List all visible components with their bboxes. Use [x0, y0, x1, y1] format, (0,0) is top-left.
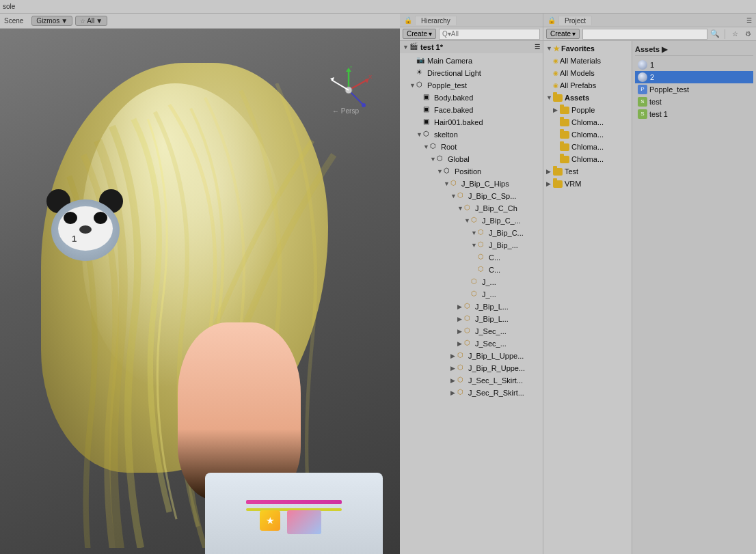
folder-icon: [560, 156, 569, 163]
tree-item-skelton[interactable]: ▼ ⬡ skelton: [400, 128, 543, 141]
arrow: ▼: [471, 242, 478, 249]
item-label: Global: [448, 155, 470, 163]
obj-icon: ⬡: [444, 167, 453, 176]
tree-item-chloma1[interactable]: Chloma...: [543, 116, 632, 128]
tree-item-c1[interactable]: ⬡ C...: [400, 251, 543, 264]
tree-item-test[interactable]: ▶ Test: [543, 165, 632, 178]
scene-menu-icon[interactable]: ☰: [535, 44, 540, 51]
hierarchy-create-label: Create: [407, 30, 427, 38]
scene-arrow: ▼: [403, 44, 409, 51]
top-panels: 🔒 Hierarchy Create ▾ ▼ 🎬: [400, 14, 756, 554]
tree-item-j-bip-l[interactable]: ▶ ⬡ J_Bip_L...: [400, 301, 543, 313]
obj-icon: ⬡: [423, 130, 433, 139]
project-search-input[interactable]: [582, 29, 707, 40]
assets-arrow: ▼: [546, 94, 553, 101]
project-search-icon[interactable]: 🔍: [710, 29, 720, 38]
assets-section-header: ▼ Assets: [543, 92, 632, 104]
top-bar-label: sole: [3, 3, 15, 10]
hierarchy-search-input[interactable]: [439, 29, 540, 40]
tree-item-directional-light[interactable]: ☀ Directional Light: [400, 67, 543, 79]
panda-eye-left: [64, 212, 77, 224]
tree-item-root[interactable]: ▼ ⬡ Root: [400, 141, 543, 153]
tree-item-chloma2[interactable]: Chloma...: [543, 128, 632, 141]
project-icon-1[interactable]: ☆: [730, 29, 740, 38]
bone-icon: ⬡: [464, 327, 474, 336]
item-label: J_Bip_C...: [489, 229, 524, 237]
item-label: J_...: [482, 290, 496, 299]
tree-item-chloma4[interactable]: Chloma...: [543, 153, 632, 165]
project-lock-icon[interactable]: 🔒: [548, 16, 556, 24]
project-icon-2[interactable]: ⚙: [743, 29, 753, 38]
tree-item-j-sec2[interactable]: ▶ ⬡ J_Sec_...: [400, 337, 543, 350]
camera-icon: 📷: [416, 56, 426, 66]
item-label: 1: [650, 61, 654, 69]
project-tree: ▼ ★ Favorites ◉ All Materials ◉ All Mode…: [543, 41, 632, 554]
tree-item-chloma3[interactable]: Chloma...: [543, 141, 632, 153]
tree-item-popple[interactable]: ▶ Popple: [543, 104, 632, 116]
assets-panel-header: Assets ▶: [635, 44, 753, 56]
item-label: All Prefabs: [560, 81, 596, 89]
tree-item-j-bip-c-hips[interactable]: ▼ ⬡ J_Bip_C_Hips: [400, 178, 543, 190]
asset-item-1[interactable]: 1: [635, 59, 753, 71]
project-create-button[interactable]: Create ▾: [546, 29, 580, 39]
tree-item-vrm[interactable]: ▶ VRM: [543, 178, 632, 190]
fav-all-models[interactable]: ◉ All Models: [543, 67, 632, 79]
tree-item-j-bip-c-3[interactable]: ▼ ⬡ J_Bip_C...: [400, 227, 543, 239]
tree-item-j-bip-4[interactable]: ▼ ⬡ J_Bip_...: [400, 239, 543, 251]
tree-item-j1[interactable]: ⬡ J_...: [400, 276, 543, 288]
fav-icon: ◉: [553, 57, 558, 64]
tree-item-hair001-baked[interactable]: ▣ Hair001.baked: [400, 116, 543, 128]
hierarchy-panel: 🔒 Hierarchy Create ▾ ▼ 🎬: [400, 14, 543, 554]
lock-icon[interactable]: 🔒: [404, 16, 412, 24]
tree-item-j-bip-c-spine[interactable]: ▼ ⬡ J_Bip_C_Sp...: [400, 190, 543, 202]
item-label: Popple_test: [427, 81, 467, 89]
gizmos-button[interactable]: Gizmos ▼: [31, 16, 72, 26]
outfit-stripe-1: [246, 500, 342, 504]
tree-item-j-sec-r-skirt[interactable]: ▶ ⬡ J_Sec_R_Skirt...: [400, 387, 543, 399]
asset-item-popple-test[interactable]: P Popple_test: [635, 83, 753, 96]
fav-all-materials[interactable]: ◉ All Materials: [543, 55, 632, 67]
project-tab[interactable]: Project: [558, 16, 592, 25]
item-label: Root: [441, 143, 457, 151]
tree-item-main-camera[interactable]: 📷 Main Camera: [400, 55, 543, 67]
asset-item-test-scene[interactable]: S test: [635, 96, 753, 108]
tree-item-j-bip-c-ch[interactable]: ▼ ⬡ J_Bip_C_Ch: [400, 202, 543, 214]
tree-item-global[interactable]: ▼ ⬡ Global: [400, 153, 543, 165]
obj-icon: ⬡: [430, 142, 440, 152]
scene-canvas[interactable]: 1 ★ ← Persp Y: [0, 29, 400, 554]
tree-item-popple-test[interactable]: ▼ ⬡ Popple_test: [400, 79, 543, 92]
tree-item-body-baked[interactable]: ▣ Body.baked: [400, 92, 543, 104]
bone-icon: ⬡: [457, 351, 467, 361]
arrow: ▼: [471, 230, 478, 236]
tree-item-j-bip-c-2[interactable]: ▼ ⬡ J_Bip_C_...: [400, 214, 543, 227]
item-label: J_Bip_L...: [475, 315, 509, 323]
separator: [725, 29, 725, 39]
tree-item-j-bip-r-upper[interactable]: ▶ ⬡ J_Bip_R_Uppe...: [400, 362, 543, 374]
all-button[interactable]: ☆ All ▼: [75, 16, 107, 26]
tree-item-j-bip-l-upper[interactable]: ▶ ⬡ J_Bip_L_Uppe...: [400, 350, 543, 362]
hierarchy-create-button[interactable]: Create ▾: [403, 29, 436, 39]
arrow: ▼: [437, 168, 444, 175]
asset-item-test-1[interactable]: S test 1: [635, 108, 753, 120]
item-label: All Models: [560, 69, 595, 77]
arrow: ▼: [416, 131, 423, 138]
folder-icon: [560, 143, 569, 151]
favorites-star-icon: ★: [553, 44, 560, 53]
item-label: VRM: [565, 180, 581, 188]
scene-tab-item[interactable]: ▼ 🎬 test 1* ☰: [400, 41, 543, 53]
tree-item-c2[interactable]: ⬡ C...: [400, 264, 543, 276]
create-dropdown-arrow: ▾: [429, 30, 432, 38]
project-content: ▼ ★ Favorites ◉ All Materials ◉ All Mode…: [543, 41, 756, 554]
tree-item-j-sec1[interactable]: ▶ ⬡ J_Sec_...: [400, 325, 543, 337]
tree-item-j-sec-l-skirt[interactable]: ▶ ⬡ J_Sec_L_Skirt...: [400, 374, 543, 387]
tree-item-face-baked[interactable]: ▣ Face.baked: [400, 104, 543, 116]
fav-all-prefabs[interactable]: ◉ All Prefabs: [543, 79, 632, 92]
tree-item-position[interactable]: ▼ ⬡ Position: [400, 165, 543, 178]
tree-item-j-bip-l2[interactable]: ▶ ⬡ J_Bip_L...: [400, 313, 543, 325]
scene-toolbar: Scene Gizmos ▼ ☆ All ▼: [0, 14, 400, 29]
hierarchy-tab[interactable]: Hierarchy: [415, 16, 457, 25]
asset-item-2[interactable]: 2: [635, 71, 753, 83]
arrow: ▼: [430, 156, 437, 163]
project-menu-icon[interactable]: ☰: [746, 17, 752, 24]
tree-item-j2[interactable]: ⬡ J_...: [400, 288, 543, 301]
